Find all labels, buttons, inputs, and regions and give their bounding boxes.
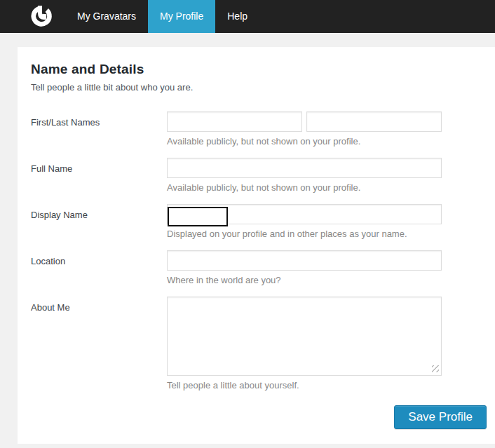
form-row-about-me: About Me Tell people a little about your… [31, 297, 487, 391]
about-me-help: Tell people a little about yourself. [167, 380, 442, 391]
full-name-help: Available publicly, but not shown on you… [167, 182, 442, 193]
display-name-help: Displayed on your profile and in other p… [167, 229, 442, 239]
full-name-label: Full Name [31, 158, 167, 193]
location-input[interactable] [167, 250, 442, 271]
display-name-select[interactable] [168, 207, 228, 226]
form-row-display-name: Display Name Displayed on your profile a… [31, 204, 487, 239]
display-name-label: Display Name [31, 204, 167, 239]
form-row-full-name: Full Name Available publicly, but not sh… [31, 158, 487, 193]
gravatar-logo-icon [29, 4, 53, 30]
form-row-first-last-names: First/Last Names Available publicly, but… [31, 111, 487, 147]
nav-item-my-profile[interactable]: My Profile [148, 0, 215, 33]
save-profile-button[interactable]: Save Profile [394, 405, 487, 429]
nav-items: My Gravatars My Profile Help [65, 0, 259, 33]
last-name-input[interactable] [306, 111, 442, 132]
nav-item-my-gravatars[interactable]: My Gravatars [65, 0, 148, 33]
nav-item-help[interactable]: Help [215, 0, 259, 33]
profile-panel: Name and Details Tell people a little bi… [18, 47, 495, 444]
location-label: Location [31, 250, 167, 285]
page-title: Name and Details [31, 62, 487, 77]
first-last-names-label: First/Last Names [31, 111, 167, 147]
full-name-input[interactable] [167, 158, 442, 178]
location-help: Where in the world are you? [167, 275, 442, 285]
first-last-names-help: Available publicly, but not shown on you… [167, 136, 442, 147]
first-name-input[interactable] [167, 111, 302, 132]
save-row: Save Profile [31, 405, 487, 429]
form-row-location: Location Where in the world are you? [31, 250, 487, 285]
page-subtitle: Tell people a little bit about who you a… [31, 82, 487, 93]
about-me-label: About Me [31, 297, 167, 391]
gravatar-logo-link[interactable] [28, 0, 55, 33]
about-me-textarea[interactable] [167, 297, 442, 376]
top-navbar: My Gravatars My Profile Help [0, 0, 495, 33]
